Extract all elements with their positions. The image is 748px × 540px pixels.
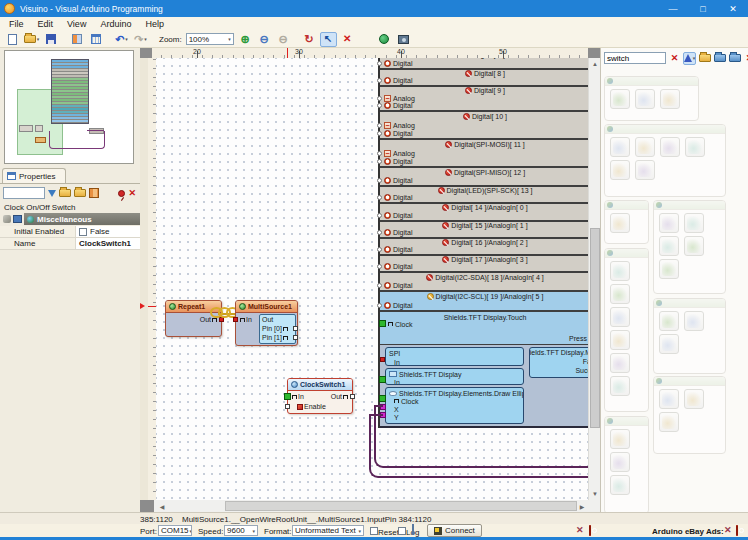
canvas-vertical-scrollbar[interactable]: ▲ ▼ bbox=[588, 58, 600, 500]
log-checkbox-row[interactable]: Log bbox=[398, 527, 419, 537]
reset-filter-button[interactable]: ✕ bbox=[743, 52, 748, 65]
palette-item[interactable] bbox=[610, 137, 630, 157]
palette-item[interactable] bbox=[610, 475, 630, 495]
channel-pin-digital[interactable]: Digital bbox=[377, 281, 588, 289]
expand-all-button[interactable] bbox=[728, 52, 741, 65]
board-channel[interactable]: Digital(I2C-SDA)[ 18 ]/AnalogIn[ 4 ]Digi… bbox=[380, 273, 588, 292]
diagram-overview-minimap[interactable] bbox=[4, 50, 134, 164]
open-project-button[interactable]: ▾ bbox=[23, 32, 40, 47]
properties-filter-input[interactable] bbox=[3, 187, 45, 199]
clock-pin[interactable]: Clock bbox=[388, 320, 413, 328]
zoom-out-button[interactable]: ⊖ bbox=[256, 32, 273, 47]
palette-item[interactable] bbox=[610, 261, 630, 281]
menu-view[interactable]: View bbox=[60, 19, 93, 29]
reset-checkbox-row[interactable]: Reset bbox=[370, 527, 399, 537]
palette-search-input[interactable] bbox=[604, 52, 666, 64]
palette-item[interactable] bbox=[610, 452, 630, 472]
palette-item[interactable] bbox=[684, 236, 704, 256]
screenshot-button[interactable] bbox=[395, 32, 412, 47]
clockswitch-in-pin[interactable]: In bbox=[292, 393, 304, 400]
expand-folder-icon[interactable] bbox=[59, 189, 71, 197]
serial-power-button[interactable] bbox=[589, 526, 591, 535]
channel-pin-analog[interactable]: ~Analog bbox=[377, 121, 588, 129]
palette-item[interactable] bbox=[684, 389, 704, 409]
channel-pin-digital[interactable]: Digital bbox=[377, 229, 588, 236]
format-select[interactable]: Unformatted Text▾ bbox=[292, 525, 364, 536]
palette-item[interactable] bbox=[610, 213, 630, 233]
property-value[interactable]: False bbox=[90, 227, 110, 236]
zoom-in-button[interactable]: ⊕ bbox=[237, 32, 254, 47]
channel-pin-digital[interactable]: Digital bbox=[377, 212, 588, 219]
channel-pin-digital[interactable]: Digital bbox=[377, 194, 588, 201]
new-project-button[interactable] bbox=[4, 32, 21, 47]
collapse-folder-icon[interactable] bbox=[74, 189, 86, 197]
undo-button[interactable]: ↶▾ bbox=[113, 32, 130, 47]
palette-item[interactable] bbox=[635, 160, 655, 180]
menu-edit[interactable]: Edit bbox=[31, 19, 61, 29]
display-in-pin[interactable]: In bbox=[394, 378, 400, 385]
wizard-button[interactable]: ▾ bbox=[683, 52, 696, 65]
palette-item[interactable] bbox=[610, 89, 630, 109]
board-channel[interactable]: Digital[ 15 ]/AnalogIn[ 1 ]Digital bbox=[380, 222, 588, 239]
save-project-button[interactable] bbox=[42, 32, 59, 47]
category-miscellaneous[interactable]: Miscellaneous bbox=[24, 213, 140, 225]
tft-side-box[interactable]: Shields.TFT Display.M Fa Succ bbox=[529, 347, 588, 378]
initial-enabled-checkbox[interactable] bbox=[79, 228, 87, 236]
clockswitch-in-connector[interactable] bbox=[284, 393, 291, 400]
horizontal-scroll-thumb[interactable] bbox=[225, 501, 577, 511]
scroll-right-arrow[interactable]: ▶ bbox=[576, 500, 588, 512]
board-channel[interactable]: Digital[ 14 ]/AnalogIn[ 0 ]Digital bbox=[380, 204, 588, 222]
filter-icon[interactable] bbox=[48, 190, 56, 197]
palette-item[interactable] bbox=[685, 137, 705, 157]
property-value[interactable]: ClockSwitch1 bbox=[76, 238, 140, 249]
serial-tools-button[interactable]: ✕ bbox=[576, 526, 584, 535]
vertical-scroll-thumb[interactable] bbox=[590, 228, 600, 428]
wire-mode-button[interactable]: ↖ bbox=[320, 32, 337, 47]
palette-item[interactable] bbox=[635, 137, 655, 157]
palette-item[interactable] bbox=[635, 89, 655, 109]
palette-item[interactable] bbox=[610, 160, 630, 180]
tft-touch-section[interactable]: Shields.TFT Display.Touch Clock Press bbox=[380, 312, 588, 345]
palette-item[interactable] bbox=[610, 307, 630, 327]
channel-pin-digital[interactable]: Digital bbox=[377, 246, 588, 253]
palette-item[interactable] bbox=[610, 353, 630, 373]
tft-display-box[interactable]: Shields.TFT Display In bbox=[385, 368, 524, 385]
redo-button[interactable]: ↷▾ bbox=[132, 32, 149, 47]
palette-item[interactable] bbox=[659, 259, 679, 279]
palette-item[interactable] bbox=[610, 376, 630, 396]
scroll-left-arrow[interactable]: ◀ bbox=[156, 500, 168, 512]
palette-item[interactable] bbox=[659, 236, 679, 256]
channel-pin-digital[interactable]: Digital bbox=[377, 102, 588, 109]
connect-button[interactable]: Connect bbox=[427, 524, 482, 537]
channel-pin-digital[interactable]: Digital bbox=[377, 129, 588, 137]
board-channel[interactable]: Digital[ 9 ]~AnalogDigital bbox=[380, 87, 588, 112]
clockswitch-enable-pin[interactable]: Enable bbox=[297, 403, 326, 410]
ms-out-pin[interactable]: Out bbox=[262, 316, 273, 323]
clockswitch-out-pin[interactable]: Out bbox=[331, 393, 348, 400]
ms-pin1-connector[interactable] bbox=[293, 335, 298, 340]
ads-power-button[interactable] bbox=[736, 526, 738, 535]
spi-box[interactable]: SPI In bbox=[385, 347, 524, 366]
menu-arduino[interactable]: Arduino bbox=[93, 19, 138, 29]
ms-pin0[interactable]: Pin [0] bbox=[262, 325, 288, 332]
expand-categories-button[interactable] bbox=[698, 52, 711, 65]
board-channel[interactable]: Digital[ 7 ]Digital bbox=[380, 58, 588, 70]
ms-pin1[interactable]: Pin [1] bbox=[262, 334, 288, 341]
clear-search-button[interactable]: ✕ bbox=[668, 52, 681, 65]
clear-icon[interactable]: ✕ bbox=[128, 189, 136, 198]
clockswitch-out-connector[interactable] bbox=[350, 394, 355, 399]
channel-pin-analog[interactable]: ~Analog bbox=[377, 149, 588, 157]
board-channel[interactable]: Digital(SPI-MOSI)[ 11 ]~AnalogDigital bbox=[380, 140, 588, 168]
archive-icon[interactable] bbox=[89, 188, 99, 198]
tab-properties[interactable]: Properties bbox=[2, 168, 66, 183]
board-channel[interactable]: Digital(I2C-SCL)[ 19 ]/AnalogIn[ 5 ]Digi… bbox=[380, 292, 588, 312]
zoom-select[interactable]: 100%▾ bbox=[186, 33, 234, 45]
multisource-in-connector[interactable] bbox=[233, 317, 238, 322]
ads-tools-button[interactable]: ✕ bbox=[724, 526, 732, 535]
palette-item[interactable] bbox=[610, 330, 630, 350]
channel-pin-digital[interactable]: Digital bbox=[377, 176, 588, 184]
spi-pin-connector[interactable] bbox=[380, 357, 385, 362]
close-button[interactable]: ✕ bbox=[718, 0, 748, 17]
channel-pin-digital[interactable]: Digital bbox=[377, 301, 588, 309]
delete-button[interactable]: ✕ bbox=[339, 32, 356, 47]
